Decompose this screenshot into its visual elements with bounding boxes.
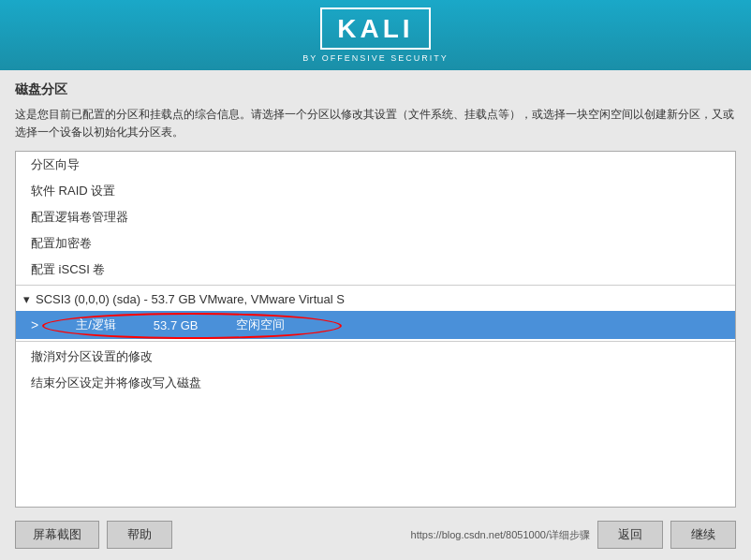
bottom-toolbar: 屏幕截图 帮助 https://blog.csdn.net/8051000/详细…: [15, 515, 736, 549]
page-description: 这是您目前已配置的分区和挂载点的综合信息。请选择一个分区以修改其设置（文件系统、…: [15, 106, 736, 141]
page-title: 磁盘分区: [15, 81, 736, 98]
list-item-partition-wizard[interactable]: 分区向导: [16, 152, 735, 178]
list-item-software-raid[interactable]: 软件 RAID 设置: [16, 178, 735, 204]
continue-button[interactable]: 继续: [670, 521, 736, 549]
kali-logo-text: KALI: [320, 7, 430, 51]
list-item-lvm[interactable]: 配置逻辑卷管理器: [16, 204, 735, 230]
finish-partitions-item[interactable]: 结束分区设定并将修改写入磁盘: [16, 370, 735, 396]
screenshot-button[interactable]: 屏幕截图: [15, 521, 99, 549]
divider2: [16, 341, 735, 342]
help-button[interactable]: 帮助: [107, 521, 172, 549]
highlighted-partition-row[interactable]: > 主/逻辑 53.7 GB 空闲空间: [16, 311, 735, 339]
url-text: https://blog.csdn.net/8051000/详细步骤: [411, 528, 590, 542]
row-type: 主/逻辑: [76, 317, 116, 333]
kali-logo: KALI BY OFFENSIVE SECURITY: [302, 7, 448, 64]
bottom-left-buttons: 屏幕截图 帮助: [15, 521, 172, 549]
device-label: SCSI3 (0,0,0) (sda) - 53.7 GB VMware, VM…: [36, 292, 345, 306]
row-arrow: >: [31, 317, 38, 332]
device-header: ▾ SCSI3 (0,0,0) (sda) - 53.7 GB VMware, …: [16, 287, 735, 311]
row-space: 空闲空间: [236, 317, 285, 333]
header: KALI BY OFFENSIVE SECURITY: [0, 0, 751, 70]
bottom-right-section: https://blog.csdn.net/8051000/详细步骤 返回 继续: [411, 521, 736, 549]
partition-list[interactable]: 分区向导 软件 RAID 设置 配置逻辑卷管理器 配置加密卷 配置 iSCSI …: [15, 151, 736, 508]
divider: [16, 285, 735, 286]
main-container: 磁盘分区 这是您目前已配置的分区和挂载点的综合信息。请选择一个分区以修改其设置（…: [0, 70, 751, 560]
triangle-icon: ▾: [23, 292, 30, 306]
list-item-encrypted[interactable]: 配置加密卷: [16, 230, 735, 257]
row-size: 53.7 GB: [154, 318, 199, 332]
list-item-iscsi[interactable]: 配置 iSCSI 卷: [16, 257, 735, 283]
back-button[interactable]: 返回: [597, 521, 663, 549]
undo-partitions-item[interactable]: 撤消对分区设置的修改: [16, 344, 735, 370]
kali-subtitle: BY OFFENSIVE SECURITY: [302, 53, 448, 63]
